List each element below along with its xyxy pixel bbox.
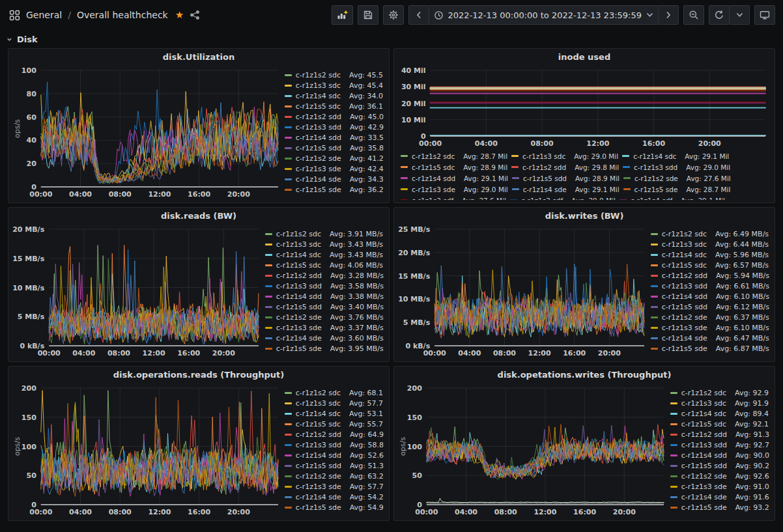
add-panel-button[interactable] bbox=[332, 5, 353, 25]
legend-item[interactable]: c-r1z1s4 sddAvg: 33.5 bbox=[285, 132, 384, 143]
legend-item[interactable]: c-r1z1s2 sdeAvg: 92.6 bbox=[670, 471, 769, 481]
legend-item[interactable]: c-r1z1s3 sddAvg: 58.8 bbox=[285, 440, 384, 450]
legend-item[interactable]: c-r1z1s2 sdeAvg: 6.37 MB/s bbox=[651, 312, 769, 322]
legend-item[interactable]: c-r1z1s3 sdeAvg: 3.37 MB/s bbox=[265, 322, 384, 333]
disk-operations-reads-chart-canvas[interactable]: 05010015020000:0004:0008:0012:0016:0020:… bbox=[12, 382, 285, 518]
legend-item[interactable]: c-r1z1s2 sddAvg: 91.3 bbox=[670, 429, 769, 440]
time-range-button[interactable]: 2022-12-13 00:00:00 to 2022-12-13 23:59:… bbox=[429, 5, 659, 25]
legend-item[interactable]: c-r1z1s4 sddAvg: 3.38 MB/s bbox=[265, 291, 384, 301]
legend-item[interactable]: c-r1z1s3 sdcAvg: 29.0 Mil bbox=[511, 150, 618, 161]
legend-item[interactable]: c-r1z1s2 sdfAvg: 27.6 Mil bbox=[401, 195, 506, 200]
refresh-button[interactable] bbox=[709, 5, 730, 25]
legend-item[interactable]: c-r1z1s4 sdeAvg: 3.60 MB/s bbox=[265, 333, 384, 343]
legend-item[interactable]: c-r1z1s4 sddAvg: 90.0 bbox=[670, 450, 769, 460]
breadcrumb-dashboard-title[interactable]: Overall healthcheck bbox=[77, 10, 168, 20]
share-icon[interactable] bbox=[190, 10, 200, 20]
dashboard-settings-button[interactable] bbox=[383, 5, 404, 25]
panel-title-disk-reads-bw[interactable]: disk.reads (BW) bbox=[8, 208, 389, 223]
panel-title-disk-writes-bw[interactable]: disk.writes (BW) bbox=[394, 208, 775, 223]
legend-item[interactable]: c-r1z1s2 sdcAvg: 6.49 MB/s bbox=[651, 229, 769, 239]
time-shift-forward-button[interactable] bbox=[658, 5, 679, 25]
legend-item[interactable]: c-r1z1s4 sdeAvg: 6.47 MB/s bbox=[651, 333, 769, 343]
legend-item[interactable]: c-r1z1s3 sdeAvg: 91.0 bbox=[670, 481, 769, 492]
legend-item[interactable]: c-r1z1s3 sdfAvg: 29.0 Mil bbox=[510, 195, 616, 200]
legend-item[interactable]: c-r1z1s2 sddAvg: 64.9 bbox=[285, 429, 384, 440]
legend-item[interactable]: c-r1z1s2 sdcAvg: 68.1 bbox=[285, 387, 384, 398]
legend-item[interactable]: c-r1z1s5 sdcAvg: 92.1 bbox=[670, 419, 769, 429]
legend-item[interactable]: c-r1z1s2 sdcAvg: 92.9 bbox=[670, 387, 769, 398]
legend-item[interactable]: c-r1z1s2 sdeAvg: 63.2 bbox=[285, 471, 384, 481]
legend-item[interactable]: c-r1z1s4 sdcAvg: 29.1 Mil bbox=[622, 150, 729, 161]
legend-item[interactable]: c-r1z1s4 sdfAvg: 29.1 Mil bbox=[619, 195, 725, 200]
legend-item[interactable]: c-r1z1s3 sdeAvg: 57.7 bbox=[285, 481, 384, 492]
legend-item[interactable]: c-r1z1s2 sdcAvg: 28.7 Mil bbox=[401, 150, 507, 161]
panel-title-inode-used[interactable]: inode used bbox=[394, 49, 775, 64]
apps-grid-icon[interactable] bbox=[9, 10, 20, 21]
disk-opetations-writes-chart-canvas[interactable]: 05010015020000:0004:0008:0012:0016:0020:… bbox=[398, 382, 670, 518]
legend-item[interactable]: c-r1z1s5 sddAvg: 28.9 Mil bbox=[512, 173, 619, 184]
legend-item[interactable]: c-r1z1s3 sddAvg: 29.0 Mil bbox=[623, 161, 730, 173]
panel-title-disk-operations-reads[interactable]: disk.operations.reads (Throughput) bbox=[8, 367, 389, 382]
disk-utilization-chart-canvas[interactable]: 02040608010000:0004:0008:0012:0016:0020:… bbox=[12, 64, 285, 200]
legend-item[interactable]: c-r1z1s3 sdcAvg: 6.44 MB/s bbox=[651, 239, 769, 249]
legend-item[interactable]: c-r1z1s3 sdcAvg: 3.43 MB/s bbox=[265, 239, 384, 249]
legend-item[interactable]: c-r1z1s4 sdcAvg: 53.1 bbox=[285, 408, 384, 419]
legend-item[interactable]: c-r1z1s2 sdeAvg: 41.2 bbox=[285, 153, 384, 163]
legend-item[interactable]: c-r1z1s3 sdeAvg: 42.4 bbox=[285, 163, 384, 174]
favorite-star-icon[interactable]: ★ bbox=[175, 10, 184, 20]
legend-item[interactable]: c-r1z1s5 sdeAvg: 3.95 MB/s bbox=[265, 343, 384, 354]
legend-item[interactable]: c-r1z1s3 sdcAvg: 45.4 bbox=[285, 80, 384, 91]
legend-item[interactable]: c-r1z1s4 sddAvg: 6.10 MB/s bbox=[651, 291, 769, 301]
refresh-interval-dropdown[interactable] bbox=[729, 5, 750, 25]
disk-writes-bw-chart-canvas[interactable]: 0 kB/s5 MB/s10 MB/s15 MB/s20 MB/s25 MB/s… bbox=[398, 223, 651, 359]
legend-item[interactable]: c-r1z1s3 sdcAvg: 91.9 bbox=[670, 398, 769, 408]
kiosk-mode-button[interactable] bbox=[754, 5, 775, 25]
legend-item[interactable]: c-r1z1s5 sddAvg: 3.40 MB/s bbox=[265, 301, 384, 312]
legend-item[interactable]: c-r1z1s2 sdcAvg: 45.5 bbox=[285, 70, 384, 80]
legend-item[interactable]: c-r1z1s5 sdeAvg: 93.2 bbox=[670, 502, 769, 512]
zoom-out-time-button[interactable] bbox=[683, 5, 704, 25]
legend-item[interactable]: c-r1z1s5 sdcAvg: 36.1 bbox=[285, 101, 384, 111]
legend-item[interactable]: c-r1z1s4 sdcAvg: 34.0 bbox=[285, 91, 384, 101]
legend-item[interactable]: c-r1z1s3 sdcAvg: 57.7 bbox=[285, 398, 384, 408]
legend-item[interactable]: c-r1z1s4 sdeAvg: 29.1 Mil bbox=[512, 184, 619, 195]
legend-item[interactable]: c-r1z1s2 sddAvg: 3.28 MB/s bbox=[265, 270, 384, 281]
panel-title-disk-opetations-writes[interactable]: disk.opetations.writes (Throughput) bbox=[394, 367, 775, 382]
legend-item[interactable]: c-r1z1s2 sdeAvg: 3.76 MB/s bbox=[265, 312, 384, 322]
legend-item[interactable]: c-r1z1s3 sddAvg: 6.61 MB/s bbox=[651, 281, 769, 291]
legend-item[interactable]: c-r1z1s5 sdeAvg: 6.87 MB/s bbox=[651, 343, 769, 354]
legend-item[interactable]: c-r1z1s5 sdeAvg: 36.2 bbox=[285, 184, 384, 195]
legend-item[interactable]: c-r1z1s4 sddAvg: 29.1 Mil bbox=[401, 173, 508, 184]
legend-item[interactable]: c-r1z1s5 sdcAvg: 28.9 Mil bbox=[401, 161, 507, 173]
breadcrumb-section[interactable]: General bbox=[26, 10, 62, 20]
legend-item[interactable]: c-r1z1s2 sddAvg: 29.8 Mil bbox=[511, 161, 619, 173]
legend-item[interactable]: c-r1z1s3 sdeAvg: 29.0 Mil bbox=[401, 184, 508, 195]
legend-item[interactable]: c-r1z1s5 sddAvg: 35.8 bbox=[285, 143, 384, 153]
legend-item[interactable]: c-r1z1s3 sddAvg: 42.9 bbox=[285, 122, 384, 132]
legend-item[interactable]: c-r1z1s5 sdcAvg: 55.7 bbox=[285, 419, 384, 429]
row-header-disk[interactable]: Disk bbox=[0, 30, 783, 48]
legend-item[interactable]: c-r1z1s4 sdcAvg: 89.4 bbox=[670, 408, 769, 419]
legend-item[interactable]: c-r1z1s4 sdeAvg: 34.3 bbox=[285, 174, 384, 184]
legend-item[interactable]: c-r1z1s5 sddAvg: 6.12 MB/s bbox=[651, 301, 769, 312]
disk-reads-bw-chart-canvas[interactable]: 0 kB/s5 MB/s10 MB/s15 MB/s20 MB/s00:0004… bbox=[12, 223, 265, 359]
time-shift-back-button[interactable] bbox=[408, 5, 429, 25]
legend-item[interactable]: c-r1z1s5 sdcAvg: 4.06 MB/s bbox=[265, 260, 384, 270]
legend-item[interactable]: c-r1z1s4 sdeAvg: 91.6 bbox=[670, 492, 769, 502]
legend-item[interactable]: c-r1z1s4 sdeAvg: 54.2 bbox=[285, 492, 384, 502]
legend-item[interactable]: c-r1z1s3 sdeAvg: 6.10 MB/s bbox=[651, 322, 769, 333]
legend-item[interactable]: c-r1z1s4 sdcAvg: 3.43 MB/s bbox=[265, 249, 384, 260]
legend-item[interactable]: c-r1z1s2 sddAvg: 45.0 bbox=[285, 111, 384, 122]
legend-item[interactable]: c-r1z1s2 sdeAvg: 27.6 Mil bbox=[623, 173, 731, 184]
legend-item[interactable]: c-r1z1s2 sdcAvg: 3.91 MB/s bbox=[265, 229, 384, 239]
legend-item[interactable]: c-r1z1s5 sdeAvg: 28.7 Mil bbox=[623, 184, 731, 195]
legend-item[interactable]: c-r1z1s3 sddAvg: 92.7 bbox=[670, 440, 769, 450]
legend-item[interactable]: c-r1z1s4 sdcAvg: 5.96 MB/s bbox=[651, 249, 769, 260]
legend-item[interactable]: c-r1z1s5 sdeAvg: 54.9 bbox=[285, 502, 384, 512]
save-dashboard-button[interactable] bbox=[358, 5, 378, 25]
legend-item[interactable]: c-r1z1s5 sdcAvg: 6.57 MB/s bbox=[651, 260, 769, 270]
panel-title-disk-utilization[interactable]: disk.Utilization bbox=[8, 49, 389, 64]
legend-item[interactable]: c-r1z1s4 sddAvg: 52.6 bbox=[285, 450, 384, 460]
legend-item[interactable]: c-r1z1s3 sddAvg: 3.58 MB/s bbox=[265, 281, 384, 291]
legend-item[interactable]: c-r1z1s2 sddAvg: 5.94 MB/s bbox=[651, 270, 769, 281]
